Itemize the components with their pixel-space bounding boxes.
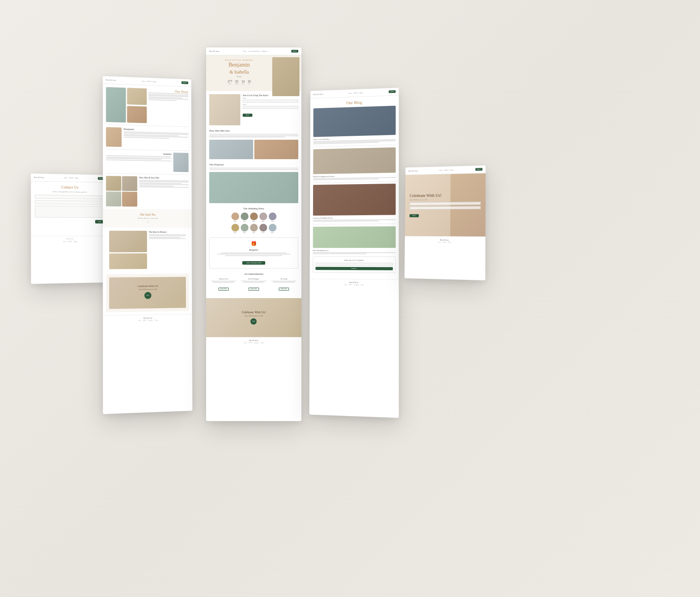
contact-name-field[interactable] [35, 195, 104, 199]
accommodation-btn-2[interactable]: BOOK NOW [248, 288, 259, 291]
story-line-6 [148, 99, 176, 101]
party-avatar-9 [259, 224, 267, 232]
celebrate-name-field[interactable] [410, 202, 481, 205]
reg-line-2 [217, 254, 291, 255]
countdown-days: 277 Days [228, 80, 232, 85]
main-how-met-photos [209, 140, 298, 159]
blog-nav-title: Ben & Izzy [313, 93, 323, 95]
party-row-1: Name Name Name Name [211, 212, 297, 222]
celebrate-footer-link-2: RSVP [443, 242, 446, 243]
accom-lines-3 [270, 281, 298, 283]
main-footer-links: Story RSVP Registry Blog [209, 342, 298, 344]
contact-footer-link-rsvp: RSVP [68, 241, 72, 242]
isabella-photo [173, 153, 189, 172]
main-footer: Ben & Izzy Story RSVP Registry Blog [206, 337, 301, 346]
party-avatar-5 [269, 212, 276, 220]
contact-title: Contact Us [35, 184, 104, 190]
contact-message-field[interactable] [35, 205, 104, 218]
main-how-met-lines [209, 134, 298, 137]
celebrate-rsvp-btn[interactable]: RSVP [410, 214, 419, 217]
main-registry-btn[interactable]: VISIT OUR REGISTRY [242, 261, 266, 265]
party-avatar-2 [241, 212, 248, 220]
blog-subscribe-btn[interactable]: Subscribe [315, 267, 393, 270]
story-nav-title: Ben & Izzy [106, 79, 116, 81]
party-name-2: Name [241, 221, 248, 222]
party-member-8: Name [250, 224, 258, 234]
rest-history-section: The Rest Is History [106, 227, 189, 274]
celebrate-email-field[interactable] [410, 206, 481, 209]
ac2-line-2 [242, 281, 265, 282]
accommodation-3: The Atrium BOOK NOW [270, 278, 298, 291]
contact-footer-link-blog: Blog [74, 241, 77, 242]
party-avatar-10 [269, 224, 276, 232]
blog-nav-btn[interactable]: RSVP [388, 90, 396, 93]
benjamin-text: Benjamin [124, 127, 189, 139]
blog-hero-photo [313, 106, 396, 137]
countdown-days-num: 277 [228, 80, 232, 83]
celebrate-nav-btn[interactable]: RSVP [475, 168, 482, 170]
rest-history-photo-2 [109, 253, 147, 269]
story-nav-link-1: Story [142, 80, 146, 82]
party-name-3: Name [250, 221, 258, 222]
how-met-photo-1 [106, 176, 121, 191]
rh-line-3 [149, 237, 180, 238]
blog-post-photo-3 [313, 184, 396, 216]
contact-email-field[interactable] [35, 200, 104, 205]
mhm-line-2 [209, 135, 298, 136]
celebrate-nav-title: Ben & Izzy [408, 170, 418, 172]
how-met-photos [106, 176, 137, 206]
ac1-line-2 [212, 281, 235, 282]
contact-footer-name: Ben & Izzy [34, 238, 105, 240]
main-footer-link-2: RSVP [249, 342, 252, 344]
contact-footer-links: Story RSVP Blog [34, 241, 105, 243]
join-content: Join Us In Tying The Knot! When: Where: … [243, 94, 298, 125]
main-nav-btn[interactable]: RSVP [291, 50, 298, 53]
main-nav-link-1: Story [243, 50, 247, 52]
contact-nav-title: Ben & Izzy [34, 176, 44, 178]
story-nav-btn[interactable]: RSVP [182, 81, 189, 84]
rh-line-4 [149, 238, 186, 239]
registry-gift-icon: 🎁 [213, 241, 295, 247]
accommodation-btn-1[interactable]: BOOK NOW [219, 288, 229, 291]
main-proposal: The Proposal [209, 163, 298, 203]
blog-subscribe-email-field[interactable] [315, 262, 393, 266]
benjamin-section: Benjamin [106, 127, 189, 148]
hm-line-2 [139, 181, 189, 183]
main-rsvp-label: RSVP [252, 321, 256, 322]
celebrate-footer-links: Story RSVP Blog [408, 241, 482, 244]
join-where-label: Where: [243, 104, 298, 105]
story-nav-link-2: RSVP [147, 81, 151, 83]
rest-history-content: The Rest Is History [109, 230, 186, 269]
party-row-2: Name Name Name Name [211, 224, 297, 234]
story-footer-link-2: RSVP [143, 320, 147, 321]
mockups-container: Ben & Izzy Story RSVP Blog RSVP Contact … [19, 26, 681, 571]
story-nav-link-3: Blog [153, 81, 156, 83]
main-proposal-title: The Proposal [209, 163, 298, 166]
blog-post-lines-2 [313, 177, 396, 180]
countdown-min: 14 Min [242, 80, 245, 85]
celebrate-page-subtitle: Please RSVP by Jun 21, 2023 [410, 198, 481, 201]
how-met-section: How Ben & Izzy Met [106, 176, 189, 207]
blog-post-title-4: DIY Wedding Decor [313, 249, 396, 251]
main-how-met: How Ben Met Izzy [209, 129, 298, 159]
celebrate-footer-link-1: Story [438, 242, 441, 243]
story-photo-grid [106, 87, 147, 123]
accommodation-btn-3[interactable]: BOOK NOW [279, 288, 289, 291]
contact-footer-link-story: Story [63, 241, 66, 242]
story-celebrate-rsvp-btn[interactable]: RSVP [144, 292, 151, 299]
celebrate-footer: Ben & Izzy Story RSVP Blog [405, 236, 485, 246]
party-name-1: Name [231, 221, 239, 222]
blog-nav-link-3: Blog [360, 92, 363, 94]
party-member-9: Name [259, 224, 267, 234]
contact-subtitle: Send us a message below to mix us with a… [35, 190, 104, 193]
celebrate-page-title: Celebrate With Us! [410, 192, 481, 198]
blog-footer-name: Ben & Izzy [313, 281, 396, 283]
ac3-line-2 [273, 281, 296, 282]
main-nav-link-3: Registry [262, 50, 268, 52]
accom-lines-2 [240, 281, 268, 283]
join-rsvp-btn[interactable]: RSVP [243, 114, 252, 117]
celebrate-page-content: Celebrate With Us! Please RSVP by Jun 21… [410, 192, 481, 218]
blog-section: Our Blog Suite for the Big Day Modern En… [310, 95, 399, 279]
main-celebrate-rsvp-btn[interactable]: RSVP [250, 318, 257, 325]
isabella-text: Isabella [106, 151, 172, 162]
